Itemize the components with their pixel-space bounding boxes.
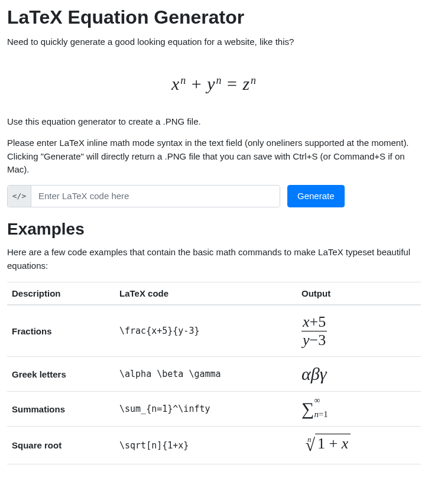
latex-input[interactable]: [31, 186, 280, 207]
hero-equation: xn + yn = zn: [7, 57, 421, 115]
output-cell: ∑ ∞ n=1: [297, 392, 421, 427]
latex-input-group: </>: [7, 185, 280, 207]
table-row: Greek letters \alpha \beta \gamma αβγ: [7, 357, 421, 392]
col-code: LaTeX code: [115, 282, 297, 305]
generate-button[interactable]: Generate: [287, 185, 345, 207]
page-title: LaTeX Equation Generator: [7, 6, 421, 28]
intro-text-3: Please enter LaTeX inline math mode synt…: [7, 136, 421, 177]
code-icon: </>: [8, 186, 31, 207]
output-cell: x+5 y−3: [297, 305, 421, 356]
table-row: Summations \sum_{n=1}^\infty ∑ ∞ n=1: [7, 392, 421, 427]
code-cell: \sqrt[n]{1+x}: [115, 427, 297, 464]
table-row: Square root \sqrt[n]{1+x} n √ 1 + x: [7, 427, 421, 464]
col-output: Output: [297, 282, 421, 305]
col-description: Description: [7, 282, 115, 305]
output-cell: αβγ: [297, 357, 421, 392]
code-cell: \sum_{n=1}^\infty: [115, 392, 297, 427]
table-row: Fractions \frac{x+5}{y-3} x+5 y−3: [7, 305, 421, 356]
table-header-row: Description LaTeX code Output: [7, 282, 421, 305]
examples-intro: Here are a few code examples that contai…: [7, 246, 421, 272]
examples-heading: Examples: [7, 219, 421, 239]
examples-table: Description LaTeX code Output Fractions …: [7, 282, 421, 464]
intro-text-1: Need to quickly generate a good looking …: [7, 35, 421, 49]
intro-text-2: Use this equation generator to create a …: [7, 115, 421, 129]
desc-cell: Fractions: [7, 305, 115, 356]
desc-cell: Square root: [7, 427, 115, 464]
code-cell: \alpha \beta \gamma: [115, 357, 297, 392]
desc-cell: Greek letters: [7, 357, 115, 392]
code-cell: \frac{x+5}{y-3}: [115, 305, 297, 356]
output-cell: n √ 1 + x: [297, 427, 421, 464]
desc-cell: Summations: [7, 392, 115, 427]
input-row: </> Generate: [7, 185, 421, 207]
